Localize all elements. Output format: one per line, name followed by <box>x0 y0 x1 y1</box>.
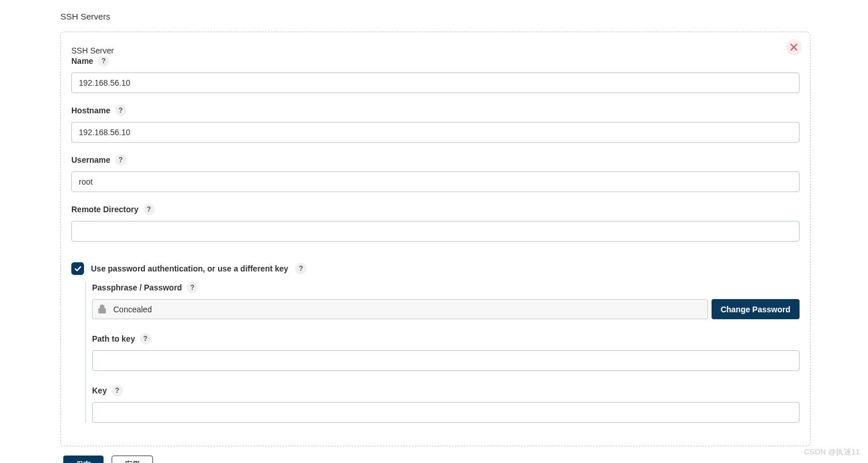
watermark: CSDN @执迷11 <box>804 447 860 457</box>
auth-checkbox-label: Use password authentication, or use a di… <box>91 264 288 273</box>
auth-section: Passphrase / Password ? <box>85 282 800 423</box>
name-label: Name <box>71 56 93 66</box>
close-icon <box>790 44 797 51</box>
hostname-label: Hostname <box>71 106 110 115</box>
help-icon[interactable]: ? <box>186 282 198 293</box>
ssh-server-panel: SSH Server Name ? Hostname ? Username ? <box>60 32 810 446</box>
svg-rect-1 <box>98 308 105 313</box>
concealed-password-field: Concealed <box>92 299 708 319</box>
help-icon[interactable]: ? <box>115 105 127 116</box>
help-icon[interactable]: ? <box>143 204 155 215</box>
key-input[interactable] <box>92 402 800 423</box>
footer-buttons: 保存 应用 <box>63 456 810 463</box>
close-button[interactable] <box>786 39 802 55</box>
remote-directory-label: Remote Directory <box>71 205 139 214</box>
remote-directory-input[interactable] <box>71 221 800 242</box>
path-to-key-label: Path to key <box>92 334 135 343</box>
section-title: SSH Servers <box>60 12 810 21</box>
lock-icon <box>93 300 111 319</box>
path-to-key-input[interactable] <box>92 350 800 371</box>
change-password-button[interactable]: Change Password <box>712 299 800 319</box>
auth-checkbox[interactable] <box>71 262 84 275</box>
username-input[interactable] <box>71 171 800 192</box>
concealed-text: Concealed <box>111 305 152 314</box>
panel-title: SSH Server <box>71 46 800 55</box>
check-icon <box>74 265 82 273</box>
help-icon[interactable]: ? <box>112 385 123 396</box>
save-button[interactable]: 保存 <box>63 456 104 463</box>
passphrase-label: Passphrase / Password <box>92 283 182 292</box>
hostname-input[interactable] <box>71 122 800 143</box>
help-icon[interactable]: ? <box>115 154 127 166</box>
help-icon[interactable]: ? <box>295 263 307 274</box>
key-label: Key <box>92 386 107 395</box>
help-icon[interactable]: ? <box>140 333 151 345</box>
apply-button[interactable]: 应用 <box>112 456 153 463</box>
username-label: Username <box>71 155 110 164</box>
help-icon[interactable]: ? <box>98 55 109 67</box>
name-input[interactable] <box>71 72 800 93</box>
